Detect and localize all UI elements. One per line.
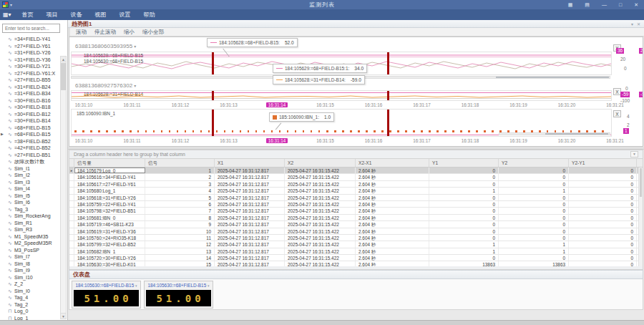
table-row[interactable]: ▸184:105679:Log_012025-04-27 16:31:12.81… xyxy=(69,168,643,174)
table-cell[interactable]: 2025-04-27 16:31:15.422 xyxy=(285,188,356,193)
menu-item-2[interactable]: 设备 xyxy=(64,11,89,19)
column-header-7[interactable]: Y2-Y1 xyxy=(569,159,637,167)
list-item[interactable]: ∿=38+FIELD-B52 xyxy=(0,138,67,145)
table-cell[interactable]: 2025-04-27 16:31:15.422 xyxy=(285,168,356,173)
list-item[interactable]: ∿=27+FIELD-B51 xyxy=(0,152,67,159)
table-cell[interactable]: 2025-04-27 16:31:12.817 xyxy=(215,241,285,247)
table-cell[interactable]: 2.604 秒 xyxy=(356,188,429,193)
list-item[interactable]: ∿Sim_I6 xyxy=(0,199,67,206)
trend-toolbar-button-0[interactable]: 滚动 xyxy=(76,29,87,36)
table-cell[interactable]: 2025-04-27 16:31:12.817 xyxy=(215,235,285,241)
table-cell[interactable]: 2025-04-27 16:31:15.422 xyxy=(285,181,356,187)
table-cell[interactable]: 2025-04-27 16:31:15.422 xyxy=(285,255,356,261)
table-cell[interactable]: 0 xyxy=(569,248,637,254)
table-cell[interactable]: 2025-04-27 16:31:15.422 xyxy=(285,235,356,241)
sidebar-scrollbar[interactable]: ▲ ▼ xyxy=(60,56,67,319)
table-cell[interactable]: 4 xyxy=(145,188,215,193)
menu-item-0[interactable]: 首页 xyxy=(16,11,40,19)
column-header-3[interactable]: X2 xyxy=(285,159,356,167)
table-cell[interactable]: 2025-04-27 16:31:12.817 xyxy=(215,201,285,207)
menu-item-1[interactable]: 项目 xyxy=(40,11,64,19)
table-cell[interactable]: 0 xyxy=(569,168,637,173)
table-cell[interactable]: 1 xyxy=(499,248,569,254)
menu-item-5[interactable]: 帮助 xyxy=(137,11,162,19)
table-cell[interactable]: 184:105682:IBN_1 xyxy=(74,248,145,254)
search-input[interactable] xyxy=(2,24,60,33)
scrollbar-thumb[interactable] xyxy=(61,63,66,90)
table-cell[interactable]: 0 xyxy=(499,174,569,180)
table-cell[interactable]: 2.604 秒 xyxy=(356,208,429,213)
table-cell[interactable]: 0 xyxy=(569,261,637,266)
list-item[interactable]: ∿Sim_I1 xyxy=(0,165,67,173)
table-cell[interactable]: 2.604 秒 xyxy=(356,228,429,234)
table-cell[interactable]: 2025-04-27 16:31:12.817 xyxy=(215,208,285,213)
table-row[interactable]: 184:105760:=24+RIO35-K18112025-04-27 16:… xyxy=(69,235,643,241)
table-row[interactable]: 184:105680:Log_142025-04-27 16:31:12.817… xyxy=(69,188,643,194)
list-item[interactable]: ∿Sim_I2 xyxy=(0,172,67,179)
table-cell[interactable]: 0 xyxy=(499,168,569,173)
table-cell[interactable]: 15 xyxy=(145,261,215,266)
column-header-1[interactable]: 信号 xyxy=(145,159,215,167)
table-cell[interactable]: 2025-04-27 16:31:15.422 xyxy=(285,174,356,180)
trend-toolbar-button-2[interactable]: 缩小 xyxy=(124,29,135,36)
chart1-legend-1[interactable]: 184:105629:=68+FIELD-B15 xyxy=(84,53,143,58)
table-cell[interactable]: 0 xyxy=(499,235,569,241)
table-cell[interactable]: 184:105798:=32+FIELD-B51 xyxy=(74,208,145,213)
table-cell[interactable]: 184:105617:=27+FIELD-Y61 xyxy=(74,181,145,187)
table-cell[interactable]: 2.604 秒 xyxy=(356,261,429,266)
list-item[interactable]: ∿Sim_I9 xyxy=(0,267,67,274)
column-header-4[interactable]: X2-X1 xyxy=(356,159,429,167)
column-header-2[interactable]: X1 xyxy=(215,159,285,167)
table-cell[interactable]: 2025-04-27 16:31:12.817 xyxy=(215,215,285,220)
time-cursor[interactable] xyxy=(212,91,214,100)
table-cell[interactable]: 9 xyxy=(145,221,215,227)
table-cell[interactable]: 184:105760:=24+RIO35-K18 xyxy=(74,235,145,241)
list-item[interactable]: ∿Z_2 xyxy=(0,281,67,288)
list-item[interactable]: ∿=31+FIELD-Y26 xyxy=(0,49,67,57)
table-cell[interactable]: 1 xyxy=(145,168,215,173)
time-cursor[interactable] xyxy=(387,91,389,100)
table-cell[interactable]: 184:105719:=46+SB11-K23 xyxy=(74,221,145,227)
table-cell[interactable]: 2.604 秒 xyxy=(356,195,429,200)
table-cell[interactable]: 2025-04-27 16:31:15.422 xyxy=(285,248,356,254)
chart2-plot[interactable] xyxy=(71,90,612,101)
table-cell[interactable]: 0 xyxy=(499,201,569,207)
table-cell[interactable]: 184:105680:Log_1 xyxy=(74,188,145,193)
table-row[interactable]: 184:105616:=34+FIELD-Y4122025-04-27 16:3… xyxy=(69,174,643,180)
table-cell[interactable]: 0 xyxy=(569,215,637,220)
table-cell[interactable]: 2025-04-27 16:31:12.817 xyxy=(215,221,285,227)
table-cell[interactable]: 2025-04-27 16:31:12.817 xyxy=(215,168,285,173)
list-item[interactable]: ∿Tag_3 xyxy=(0,206,67,213)
table-cell[interactable]: 2.604 秒 xyxy=(356,221,429,227)
list-item[interactable]: ∿M1_SpeedM35 xyxy=(0,233,67,241)
list-item[interactable]: ∿=27+FIELD-Y61:X xyxy=(0,70,67,77)
chart1-legend-2[interactable]: 184:105630:=68+FIELD-B15 xyxy=(84,59,143,64)
table-cell[interactable]: 0 xyxy=(429,174,499,180)
table-cell[interactable]: 11 xyxy=(145,235,215,241)
table-cell[interactable]: 2025-04-27 16:31:12.817 xyxy=(215,255,285,261)
table-cell[interactable]: 0 xyxy=(429,215,499,220)
trend-toolbar-button-1[interactable]: 停止滚动 xyxy=(94,29,116,36)
table-cell[interactable]: 2.604 秒 xyxy=(356,201,429,207)
table-cell[interactable]: 2025-04-27 16:31:12.817 xyxy=(215,181,285,187)
table-cell[interactable]: 0 xyxy=(569,241,637,247)
table-cell[interactable]: 184:105681:IBN_0 xyxy=(74,215,145,220)
table-cell[interactable]: 0 xyxy=(569,221,637,227)
table-cell[interactable]: 0 xyxy=(429,201,499,207)
filter-funnel-icon[interactable]: ▼ xyxy=(630,151,638,157)
table-cell[interactable]: 184:105619:=31+FIELD-Y36 xyxy=(74,228,145,234)
list-item[interactable]: ∿M3_PosSP xyxy=(0,247,67,254)
table-row[interactable]: 184:105617:=27+FIELD-Y6132025-04-27 16:3… xyxy=(69,181,643,188)
list-item[interactable]: ∿=27+FIELD-B55 xyxy=(0,77,67,84)
list-item[interactable]: ∿Tag_4 xyxy=(0,294,67,301)
list-item[interactable]: ∿=31+FIELD-B24 xyxy=(0,84,67,91)
time-cursor[interactable] xyxy=(212,52,214,74)
table-cell[interactable]: 184:105759:=22+FIELD-Y41 xyxy=(74,201,145,207)
table-cell[interactable]: 0 xyxy=(429,181,499,187)
list-item[interactable]: ∿故障次数计数 xyxy=(0,158,67,165)
table-cell[interactable]: 0 xyxy=(569,195,637,200)
table-cell[interactable]: 1 xyxy=(429,241,499,247)
time-cursor[interactable] xyxy=(387,52,389,74)
list-item[interactable]: ∿Sim_RockerAng xyxy=(0,213,67,220)
table-row[interactable]: 184:105682:IBN_1132025-04-27 16:31:12.81… xyxy=(69,248,643,255)
